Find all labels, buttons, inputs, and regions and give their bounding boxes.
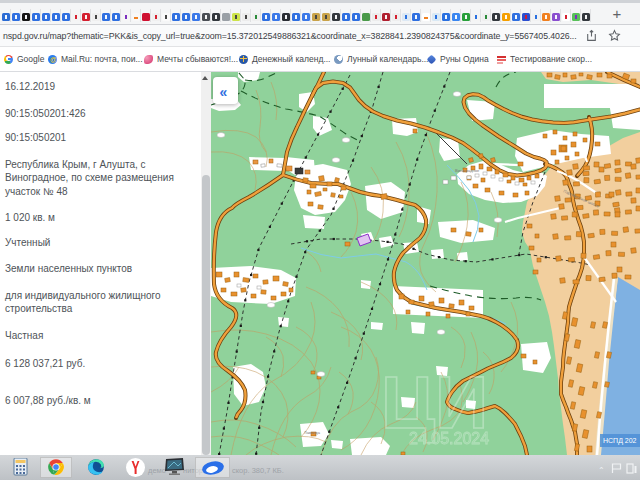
svg-text:Лаванда: Лаванда — [304, 430, 321, 435]
svg-text:Виноградное: Виноградное — [455, 168, 480, 173]
svg-text:НСПД 202: НСПД 202 — [603, 437, 637, 445]
svg-text:«: « — [220, 84, 228, 100]
svg-text:24.05.2024: 24.05.2024 — [409, 430, 489, 447]
